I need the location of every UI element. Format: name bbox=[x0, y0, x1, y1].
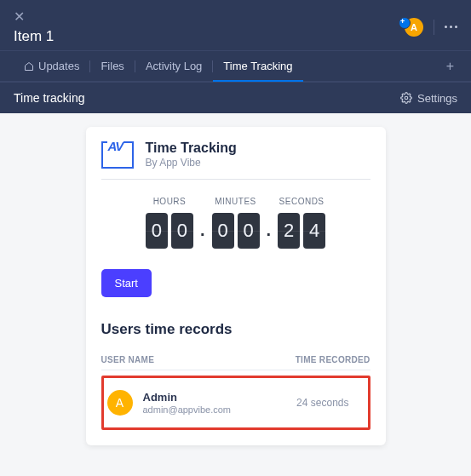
tab-label: Time Tracking bbox=[223, 60, 292, 72]
hours-digit-1: 0 bbox=[146, 213, 168, 249]
home-icon bbox=[24, 61, 34, 72]
tab-label: Activity Log bbox=[146, 60, 202, 72]
add-tab-icon[interactable]: + bbox=[443, 59, 457, 74]
more-options-icon[interactable] bbox=[445, 26, 457, 28]
members-avatar[interactable]: A bbox=[405, 18, 423, 37]
app-byline: By App Vibe bbox=[146, 157, 237, 169]
hours-label: HOURS bbox=[146, 197, 193, 206]
user-email: admin@appvibe.com bbox=[143, 404, 232, 415]
app-logo: AV bbox=[101, 141, 134, 169]
timer-separator: . bbox=[200, 221, 205, 249]
timer-hours: HOURS 0 0 bbox=[146, 197, 193, 249]
tab-label: Updates bbox=[38, 60, 79, 72]
subheader: Time tracking Settings bbox=[0, 82, 471, 113]
topbar: ✕ Item 1 A bbox=[0, 0, 471, 50]
user-avatar: A bbox=[107, 390, 133, 416]
minutes-digit-2: 0 bbox=[238, 213, 260, 249]
column-user-name: USER NAME bbox=[101, 355, 155, 364]
svg-point-0 bbox=[405, 96, 408, 100]
start-button[interactable]: Start bbox=[101, 269, 152, 297]
seconds-label: SECONDS bbox=[278, 197, 325, 206]
user-cell: A Admin admin@appvibe.com bbox=[107, 390, 232, 416]
tab-label: Files bbox=[101, 60, 123, 72]
settings-label: Settings bbox=[417, 92, 457, 105]
settings-button[interactable]: Settings bbox=[400, 92, 457, 105]
column-time-recorded: TIME RECORDED bbox=[296, 355, 370, 364]
user-name: Admin bbox=[143, 391, 232, 404]
seconds-digit-2: 4 bbox=[303, 213, 325, 249]
hours-digit-2: 0 bbox=[171, 213, 193, 249]
content-area: AV Time Tracking By App Vibe HOURS 0 0 .… bbox=[0, 113, 471, 459]
records-table-head: USER NAME TIME RECORDED bbox=[101, 350, 370, 370]
gear-icon bbox=[400, 92, 412, 104]
timer-seconds: SECONDS 2 4 bbox=[278, 197, 325, 249]
timer-separator: . bbox=[267, 221, 272, 249]
tab-files[interactable]: Files bbox=[90, 51, 134, 81]
time-recorded-value: 24 seconds bbox=[296, 397, 364, 409]
subheader-title: Time tracking bbox=[14, 91, 85, 105]
seconds-digit-1: 2 bbox=[278, 213, 300, 249]
panel-header: ✕ Item 1 A Updates Files Activity Log Ti… bbox=[0, 0, 471, 113]
app-logo-text: AV bbox=[107, 139, 124, 153]
item-title: Item 1 bbox=[14, 28, 54, 45]
tab-activity-log[interactable]: Activity Log bbox=[135, 51, 212, 81]
time-tracking-card: AV Time Tracking By App Vibe HOURS 0 0 .… bbox=[86, 127, 386, 445]
minutes-digit-1: 0 bbox=[212, 213, 234, 249]
app-header: AV Time Tracking By App Vibe bbox=[101, 141, 370, 180]
minutes-label: MINUTES bbox=[212, 197, 260, 206]
table-row: A Admin admin@appvibe.com 24 seconds bbox=[101, 376, 370, 430]
tab-updates[interactable]: Updates bbox=[14, 51, 89, 81]
close-icon[interactable]: ✕ bbox=[14, 9, 25, 25]
tab-time-tracking[interactable]: Time Tracking bbox=[213, 51, 302, 81]
avatar-initial: A bbox=[411, 22, 417, 32]
timer: HOURS 0 0 . MINUTES 0 0 . SECONDS 2 4 bbox=[101, 180, 370, 261]
timer-minutes: MINUTES 0 0 bbox=[212, 197, 260, 249]
user-avatar-initial: A bbox=[116, 396, 123, 410]
tabs: Updates Files Activity Log Time Tracking… bbox=[0, 50, 471, 82]
app-name: Time Tracking bbox=[146, 141, 237, 156]
records-title: Users time records bbox=[101, 321, 370, 338]
divider bbox=[434, 20, 434, 35]
